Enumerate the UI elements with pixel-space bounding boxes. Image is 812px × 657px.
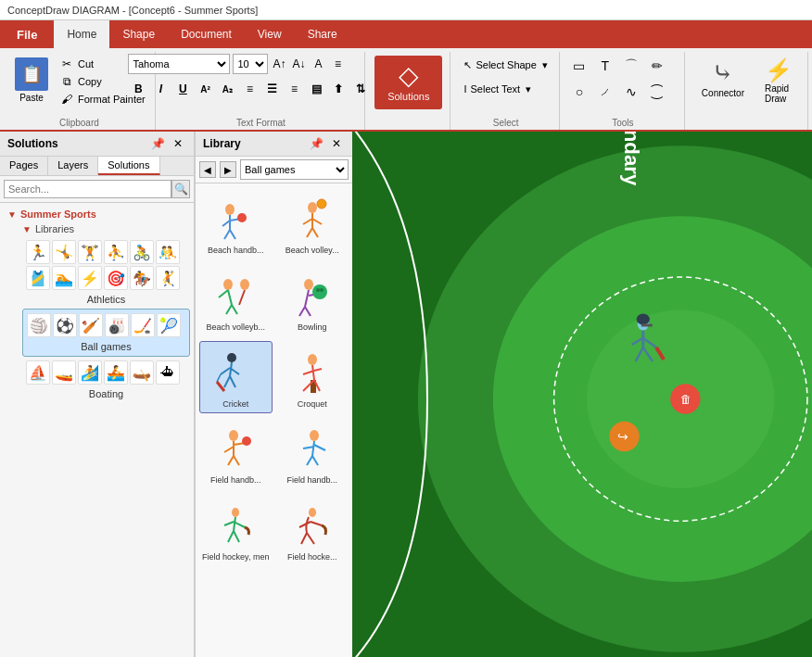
tab-share[interactable]: Share — [295, 20, 350, 48]
align-center-button[interactable]: ☰ — [261, 79, 282, 99]
menu-bar: File Home Shape Document View Share — [0, 20, 812, 48]
tree-libraries[interactable]: ▼ Libraries — [19, 221, 190, 236]
tab-shape[interactable]: Shape — [109, 20, 168, 48]
boating-shape-2[interactable]: 🚤 — [52, 360, 76, 385]
svg-line-67 — [301, 533, 307, 544]
increase-font-size-button[interactable]: A↑ — [271, 56, 287, 72]
athletics-shape-3[interactable]: 🏋 — [78, 240, 102, 264]
ball-shape-2[interactable]: ⚽ — [53, 313, 77, 337]
tab-view[interactable]: View — [245, 20, 295, 48]
font-size-reset-button[interactable]: A — [310, 56, 326, 72]
title-text: ConceptDraw DIAGRAM - [Concept6 - Summer… — [7, 5, 258, 16]
search-input[interactable] — [4, 180, 171, 198]
ball-shape-4[interactable]: 🎳 — [105, 313, 129, 337]
boating-shape-5[interactable]: 🛶 — [130, 360, 154, 385]
lib-item-cricket[interactable]: Cricket — [199, 341, 273, 414]
tab-pages[interactable]: Pages — [0, 157, 48, 175]
rapid-draw-label: Rapid Draw — [765, 83, 793, 104]
rapid-draw-button[interactable]: ⚡ Rapid Draw — [755, 54, 802, 107]
svg-line-66 — [311, 522, 322, 525]
svg-line-12 — [312, 228, 318, 237]
tab-solutions[interactable]: Solutions — [98, 157, 159, 175]
font-family-select[interactable]: Tahoma — [128, 54, 230, 74]
cursor-icon: ↖ — [463, 59, 472, 71]
solutions-button[interactable]: ◇ Solutions — [374, 56, 442, 109]
align-top-button[interactable]: ⬆ — [328, 79, 349, 99]
tab-document[interactable]: Document — [168, 20, 245, 48]
boating-shape-4[interactable]: 🚣 — [104, 360, 128, 385]
tree-summer-sports[interactable]: ▼ Summer Sports — [4, 207, 190, 221]
decrease-font-size-button[interactable]: A↓ — [290, 56, 307, 72]
superscript-button[interactable]: A² — [195, 79, 215, 99]
svg-point-64 — [309, 508, 316, 517]
ball-shape-6[interactable]: 🎾 — [157, 313, 181, 337]
athletics-shape-8[interactable]: 🏊 — [52, 266, 76, 290]
align-right-button[interactable]: ≡ — [284, 79, 304, 99]
lib-item-beach-handball[interactable]: Beach handb... — [199, 187, 273, 260]
bezier-tool-button[interactable]: ⁐ — [645, 80, 669, 104]
connector-label: Connector — [702, 88, 744, 98]
tab-home[interactable]: Home — [54, 20, 109, 48]
athletics-shape-10[interactable]: 🎯 — [104, 266, 128, 290]
lib-item-field-handball2[interactable]: Field handb... — [276, 417, 349, 490]
font-size-select[interactable]: 10 — [233, 54, 268, 74]
italic-button[interactable]: I — [150, 79, 171, 99]
file-menu-button[interactable]: File — [0, 20, 54, 48]
line-tool-button[interactable]: ⟋ — [593, 80, 617, 104]
lib-item-field-handball[interactable]: Field handb... — [199, 417, 273, 490]
ball-shape-5[interactable]: 🏒 — [131, 313, 155, 337]
underline-button[interactable]: U — [172, 79, 193, 99]
svg-point-19 — [240, 279, 249, 290]
athletics-shape-7[interactable]: 🎽 — [26, 266, 50, 290]
lib-item-croquet[interactable]: Croquet — [276, 341, 349, 414]
font-extra-button[interactable]: ≡ — [329, 56, 346, 72]
canvas-area[interactable]: Boundary Outfield Wider Finer Infield Ba… — [352, 132, 812, 657]
athletics-shape-12[interactable]: 🤾 — [156, 266, 180, 290]
svg-point-37 — [227, 353, 236, 362]
connector-button[interactable]: ⤷ Connector — [692, 54, 754, 102]
close-panel-button[interactable]: ✕ — [170, 135, 186, 152]
pencil-tool-button[interactable]: ✏ — [645, 54, 669, 78]
subscript-button[interactable]: A₂ — [217, 79, 237, 99]
ball-shape-3[interactable]: 🏏 — [79, 313, 103, 337]
athletics-shape-5[interactable]: 🚴 — [130, 240, 154, 264]
arc-tool-button[interactable]: ⌒ — [619, 54, 643, 78]
search-button[interactable]: 🔍 — [171, 180, 190, 198]
lib-item-beach-volleyball[interactable]: Beach volley... — [276, 187, 349, 260]
library-header-actions: 📌 ✕ — [308, 135, 345, 152]
svg-line-24 — [299, 307, 305, 316]
ball-shape-1[interactable]: 🏐 — [27, 313, 51, 337]
boating-shape-6[interactable]: ⛴ — [156, 360, 180, 385]
lib-next-button[interactable]: ▶ — [220, 161, 236, 178]
lib-prev-button[interactable]: ◀ — [199, 161, 216, 178]
svg-line-15 — [228, 290, 232, 305]
cricket-label: Cricket — [222, 399, 248, 410]
lib-item-beach-volleyball2[interactable]: Beach volleyb... — [199, 264, 273, 337]
boating-shape-3[interactable]: 🏄 — [78, 360, 102, 385]
lib-item-field-hockey-women[interactable]: Field hocke... — [276, 494, 349, 567]
bold-button[interactable]: B — [128, 79, 148, 99]
athletics-shape-2[interactable]: 🤸 — [52, 240, 76, 264]
paste-button[interactable]: 📋 Paste — [9, 54, 54, 107]
library-pin-button[interactable]: 📌 — [308, 135, 324, 152]
library-close-button[interactable]: ✕ — [328, 135, 345, 152]
lib-item-bowling[interactable]: Bowling — [276, 264, 349, 337]
curve-tool-button[interactable]: ∿ — [619, 80, 643, 104]
athletics-shape-6[interactable]: 🤼 — [156, 240, 180, 264]
text-tool-button[interactable]: T — [593, 54, 617, 78]
lib-item-field-hockey-men[interactable]: Field hockey, men — [199, 494, 273, 567]
rect-tool-button[interactable]: ▭ — [567, 54, 591, 78]
pin-button[interactable]: 📌 — [149, 135, 166, 152]
athletics-shape-11[interactable]: 🏇 — [130, 266, 154, 290]
circle-tool-button[interactable]: ○ — [567, 80, 591, 104]
tab-layers[interactable]: Layers — [48, 157, 98, 175]
align-left-button[interactable]: ≡ — [239, 79, 260, 99]
select-shape-button[interactable]: ↖ Select Shape ▾ — [458, 54, 552, 76]
athletics-shape-4[interactable]: ⛹ — [104, 240, 128, 264]
library-dropdown[interactable]: Ball games — [240, 159, 349, 180]
athletics-shape-1[interactable]: 🏃 — [26, 240, 50, 264]
boating-shape-1[interactable]: ⛵ — [26, 360, 50, 385]
align-justify-button[interactable]: ▤ — [306, 79, 326, 99]
athletics-shape-9[interactable]: ⚡ — [78, 266, 102, 290]
select-text-button[interactable]: I Select Text ▾ — [458, 78, 552, 100]
